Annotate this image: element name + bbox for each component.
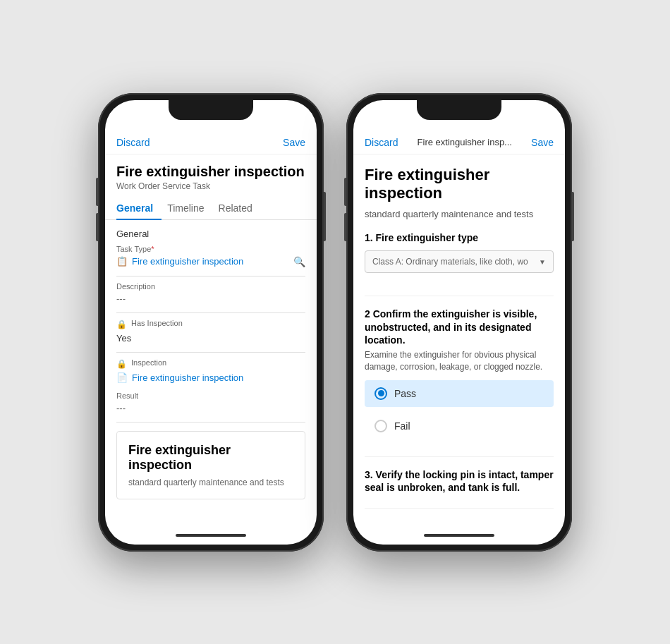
- inspection-field: 🔒 Inspection 📄 Fire extinguisher inspect…: [116, 358, 305, 383]
- result-label: Result: [116, 391, 305, 400]
- task-type-value[interactable]: 📋 Fire extinguisher inspection: [116, 256, 243, 267]
- bottom-card: Fire extinguisher inspection standard qu…: [116, 431, 305, 499]
- discard-button-1[interactable]: Discard: [116, 137, 150, 148]
- question-2: 2 Confirm the extinguisher is visible, u…: [365, 308, 554, 456]
- question-3: 3. Verify the locking pin is intact, tam…: [365, 468, 554, 509]
- description-label: Description: [116, 282, 305, 291]
- inspection-label: Inspection: [131, 358, 166, 367]
- form-section: Fire extinguisher inspection standard qu…: [353, 154, 565, 530]
- has-inspection-value: Yes: [116, 333, 305, 344]
- has-inspection-field: 🔒 Has Inspection Yes: [116, 319, 305, 344]
- phone-2: Discard Fire extinguisher insp... Save F…: [346, 93, 572, 552]
- discard-button-2[interactable]: Discard: [365, 137, 398, 148]
- option-pass[interactable]: Pass: [365, 380, 554, 407]
- q3-text: 3. Verify the locking pin is intact, tam…: [365, 468, 554, 494]
- inspection-value[interactable]: 📄 Fire extinguisher inspection: [116, 372, 305, 383]
- has-inspection-label: Has Inspection: [131, 319, 183, 327]
- radio-fail-circle: [374, 420, 387, 432]
- form-title: Fire extinguisher inspection: [365, 166, 554, 203]
- save-button-2[interactable]: Save: [531, 137, 554, 148]
- lock-icon-1: 🔒: [116, 320, 127, 329]
- chevron-down-icon: ▼: [539, 258, 546, 266]
- lock-icon-2: 🔒: [116, 359, 127, 369]
- form-description: standard quarterly maintenance and tests: [365, 208, 554, 221]
- q2-number: 2: [365, 308, 370, 320]
- divider-1: [116, 276, 305, 277]
- nav-bar-1: Discard Save: [105, 131, 317, 154]
- task-icon: 📋: [116, 256, 128, 267]
- search-icon[interactable]: 🔍: [293, 256, 305, 267]
- q1-dropdown[interactable]: Class A: Ordinary materials, like cloth,…: [365, 250, 554, 273]
- option-fail[interactable]: Fail: [365, 413, 554, 439]
- divider-3: [116, 352, 305, 353]
- option-pass-label: Pass: [394, 388, 416, 399]
- bottom-bar-1: [105, 530, 317, 545]
- scroll-content-1[interactable]: General Task Type* 📋 Fire extinguisher i…: [105, 220, 317, 530]
- inspection-icon: 📄: [116, 372, 128, 383]
- q2-hint: Examine the extinguisher for obvious phy…: [365, 349, 554, 373]
- q3-number: 3.: [365, 469, 373, 480]
- page-header-1: Fire extinguisher inspection Work Order …: [105, 154, 317, 197]
- tab-bar-1: General Timeline Related: [105, 197, 317, 220]
- nav-bar-2: Discard Fire extinguisher insp... Save: [353, 131, 565, 154]
- result-value: ---: [116, 403, 305, 413]
- description-field: Description ---: [116, 282, 305, 304]
- tab-timeline-1[interactable]: Timeline: [167, 197, 212, 219]
- q1-number: 1. Fire extinguisher type: [365, 232, 554, 243]
- card-description: standard quarterly maintenance and tests: [128, 478, 293, 487]
- home-indicator-2: [424, 534, 494, 537]
- card-title: Fire extinguisher inspection: [128, 443, 293, 473]
- q1-dropdown-value: Class A: Ordinary materials, like cloth,…: [372, 257, 528, 267]
- task-type-label: Task Type*: [116, 245, 305, 253]
- result-field: Result ---: [116, 391, 305, 413]
- save-button-1[interactable]: Save: [283, 137, 305, 148]
- page-subtitle-1: Work Order Service Task: [116, 181, 305, 191]
- nav-title-2: Fire extinguisher insp...: [418, 137, 512, 147]
- page-title-1: Fire extinguisher inspection: [116, 163, 305, 180]
- option-fail-label: Fail: [394, 420, 410, 432]
- section-title-general: General: [116, 229, 305, 239]
- divider-4: [116, 422, 305, 423]
- bottom-bar-2: [353, 530, 565, 545]
- description-value: ---: [116, 293, 305, 304]
- scroll-content-2[interactable]: Fire extinguisher inspection standard qu…: [353, 154, 565, 530]
- divider-2: [116, 312, 305, 313]
- tab-related-1[interactable]: Related: [219, 197, 261, 219]
- task-type-field: Task Type* 📋 Fire extinguisher inspectio…: [116, 245, 305, 267]
- q2-text: 2 Confirm the extinguisher is visible, u…: [365, 308, 554, 346]
- tab-general-1[interactable]: General: [116, 197, 162, 219]
- radio-pass-circle: [374, 387, 387, 400]
- phone-1: Discard Save Fire extinguisher inspectio…: [98, 93, 324, 552]
- question-1: 1. Fire extinguisher type Class A: Ordin…: [365, 232, 554, 296]
- home-indicator-1: [176, 534, 246, 537]
